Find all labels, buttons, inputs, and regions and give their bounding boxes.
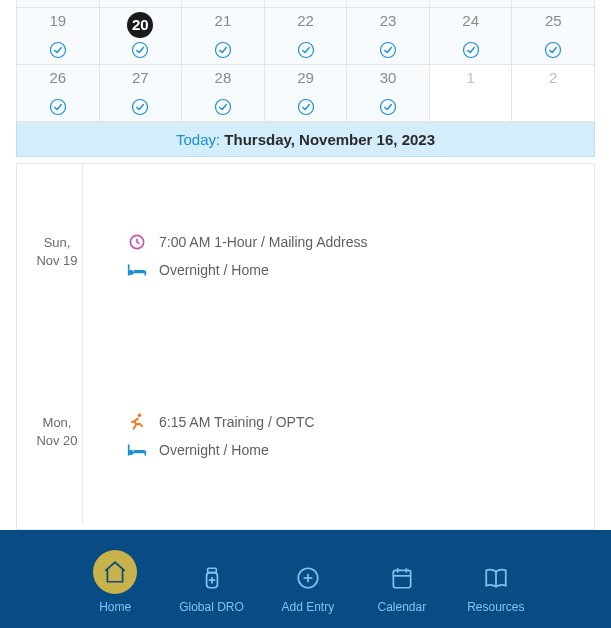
- calendar-day[interactable]: 25: [512, 8, 594, 65]
- schedule-event-text: Overnight / Home: [159, 442, 269, 458]
- svg-point-14: [50, 100, 65, 115]
- nav-calendar-label: Calendar: [377, 600, 426, 614]
- content-area: 19202122232425262728293012 Today: Thursd…: [0, 0, 611, 530]
- calendar-day-number: 30: [347, 65, 429, 86]
- schedule-event-text: 7:00 AM 1-Hour / Mailing Address: [159, 234, 368, 250]
- calendar-day-number: 25: [512, 8, 594, 29]
- book-icon: [480, 562, 512, 594]
- schedule-day-label: Mon,Nov 20: [17, 344, 97, 450]
- pill-bottle-icon: [196, 562, 228, 594]
- calendar-day-number: 29: [265, 65, 347, 86]
- day-of-week: Mon,: [17, 414, 97, 432]
- check-circle-icon: [461, 0, 481, 2]
- check-circle-icon: [213, 40, 233, 60]
- schedule-event[interactable]: 7:00 AM 1-Hour / Mailing Address: [97, 228, 594, 256]
- svg-point-18: [381, 100, 396, 115]
- calendar-day[interactable]: 21: [182, 8, 265, 65]
- check-circle-icon: [461, 40, 481, 60]
- calendar-day[interactable]: [512, 0, 594, 8]
- svg-point-10: [298, 43, 313, 58]
- calendar-day[interactable]: [17, 0, 100, 8]
- schedule-inner: Sun,Nov 197:00 AM 1-Hour / Mailing Addre…: [17, 164, 594, 530]
- nav-add-entry[interactable]: Add Entry: [278, 562, 338, 614]
- check-circle-icon: [543, 0, 563, 2]
- calendar-day-number: 20: [127, 12, 153, 38]
- calendar-day-number: 27: [100, 65, 182, 86]
- calendar-day[interactable]: [100, 0, 183, 8]
- calendar-day[interactable]: 27: [100, 65, 183, 122]
- calendar-day-number: 2: [512, 65, 594, 86]
- bed-icon: [127, 260, 147, 280]
- nav-home-label: Home: [99, 600, 131, 614]
- calendar-day[interactable]: [265, 0, 348, 8]
- svg-point-17: [298, 100, 313, 115]
- schedule-event[interactable]: Overnight / Home: [97, 436, 594, 464]
- calendar-day[interactable]: 1: [430, 65, 513, 122]
- nav-home[interactable]: Home: [85, 550, 145, 614]
- svg-point-15: [133, 100, 148, 115]
- calendar-day[interactable]: 28: [182, 65, 265, 122]
- calendar-row: 262728293012: [17, 65, 594, 122]
- calendar-day[interactable]: [182, 0, 265, 8]
- calendar-row: [17, 0, 594, 8]
- nav-add-entry-label: Add Entry: [281, 600, 334, 614]
- check-circle-icon: [543, 40, 563, 60]
- clock-icon: [127, 232, 147, 252]
- day-date: Nov 19: [17, 252, 97, 270]
- schedule-day-events: 6:15 AM Training / OPTCOvernight / Home: [97, 344, 594, 524]
- calendar-day-number: 21: [182, 8, 264, 29]
- svg-point-12: [463, 43, 478, 58]
- schedule-event[interactable]: Overnight / Home: [97, 256, 594, 284]
- schedule-event-text: Overnight / Home: [159, 262, 269, 278]
- calendar-day[interactable]: 24: [430, 8, 513, 65]
- calendar-day[interactable]: 22: [265, 8, 348, 65]
- calendar-day-number: 22: [265, 8, 347, 29]
- calendar-day-number: 1: [430, 65, 512, 86]
- check-circle-icon: [378, 97, 398, 117]
- nav-global-dro-label: Global DRO: [179, 600, 244, 614]
- home-icon: [99, 556, 131, 588]
- check-circle-icon: [213, 97, 233, 117]
- calendar-day[interactable]: 19: [17, 8, 100, 65]
- calendar-day-number: 24: [430, 8, 512, 29]
- calendar-day[interactable]: [430, 0, 513, 8]
- calendar-day[interactable]: 26: [17, 65, 100, 122]
- schedule-day: Mon,Nov 206:15 AM Training / OPTCOvernig…: [17, 344, 594, 524]
- nav-global-dro[interactable]: Global DRO: [179, 562, 244, 614]
- schedule-day-events: 7:00 AM 1-Hour / Mailing AddressOvernigh…: [97, 164, 594, 344]
- schedule-list[interactable]: Sun,Nov 197:00 AM 1-Hour / Mailing Addre…: [16, 163, 595, 530]
- today-date: Thursday, November 16, 2023: [224, 131, 435, 148]
- app-root: 19202122232425262728293012 Today: Thursd…: [0, 0, 611, 628]
- check-circle-icon: [378, 0, 398, 2]
- month-calendar: 19202122232425262728293012: [16, 0, 595, 123]
- svg-rect-28: [393, 570, 410, 587]
- calendar-row: 19202122232425: [17, 8, 594, 65]
- calendar-day-number: 28: [182, 65, 264, 86]
- svg-point-13: [546, 43, 561, 58]
- calendar-day[interactable]: [347, 0, 430, 8]
- schedule-event-text: 6:15 AM Training / OPTC: [159, 414, 315, 430]
- nav-calendar[interactable]: Calendar: [372, 562, 432, 614]
- calendar-day[interactable]: 23: [347, 8, 430, 65]
- calendar-day-number: 19: [17, 8, 99, 29]
- plus-circle-icon: [292, 562, 324, 594]
- nav-resources[interactable]: Resources: [466, 562, 526, 614]
- schedule-day-label: Sun,Nov 19: [17, 164, 97, 270]
- calendar-day[interactable]: 30: [347, 65, 430, 122]
- schedule-day: Sun,Nov 197:00 AM 1-Hour / Mailing Addre…: [17, 164, 594, 344]
- calendar-day-number: 26: [17, 65, 99, 86]
- calendar-day[interactable]: 29: [265, 65, 348, 122]
- svg-point-11: [381, 43, 396, 58]
- bottom-nav: Home Global DRO Add Entry Calendar Resou…: [0, 530, 611, 628]
- svg-point-9: [215, 43, 230, 58]
- calendar-day[interactable]: 20: [100, 8, 183, 65]
- check-circle-icon: [296, 0, 316, 2]
- calendar-day[interactable]: 2: [512, 65, 594, 122]
- check-circle-icon: [378, 40, 398, 60]
- check-circle-icon: [130, 40, 150, 60]
- check-circle-icon: [296, 40, 316, 60]
- check-circle-icon: [48, 0, 68, 2]
- schedule-event[interactable]: 6:15 AM Training / OPTC: [97, 408, 594, 436]
- day-of-week: Sun,: [17, 234, 97, 252]
- today-banner[interactable]: Today: Thursday, November 16, 2023: [16, 123, 595, 157]
